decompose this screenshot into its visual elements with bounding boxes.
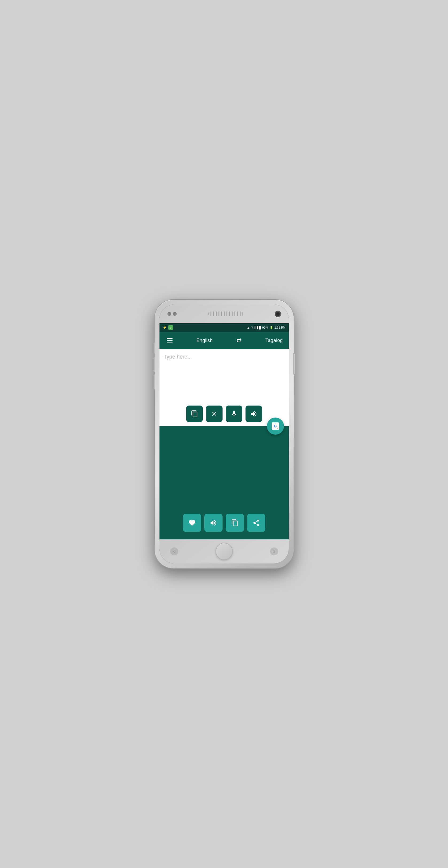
text-input-field[interactable]: Type here... (159, 349, 289, 402)
recents-button[interactable]: □ (270, 548, 278, 555)
volume-up-button[interactable] (154, 342, 155, 353)
app-bar: English ⇄ Tagalog (159, 332, 289, 349)
phone-device: ⚡ ◎ ▲ ⇅ ▍▋█ 92% 🔋 1:31 PM (155, 300, 294, 568)
menu-button[interactable] (165, 337, 174, 344)
swap-icon: ⇄ (237, 337, 242, 344)
source-language-button[interactable]: English (196, 338, 213, 343)
output-area (159, 426, 289, 539)
camera-button[interactable] (154, 375, 155, 389)
swap-language-button[interactable]: ⇄ (235, 336, 243, 345)
microphone-button[interactable] (226, 406, 242, 422)
battery-percentage: 92% (262, 326, 268, 329)
input-area: Type here... (159, 349, 289, 426)
bottom-bezel: ◁ □ (159, 539, 289, 563)
heart-icon (188, 519, 196, 527)
output-action-bar (159, 510, 289, 535)
share-button[interactable] (247, 514, 265, 532)
translate-fab-button[interactable]: G ↗ (267, 417, 284, 435)
screen-content: ⚡ ◎ ▲ ⇅ ▍▋█ 92% 🔋 1:31 PM (159, 323, 289, 539)
copy-output-button[interactable] (226, 514, 244, 532)
phone-screen: ⚡ ◎ ▲ ⇅ ▍▋█ 92% 🔋 1:31 PM (159, 305, 289, 563)
output-text-region (159, 426, 289, 510)
wifi-icon: ▲ (247, 326, 250, 329)
speaker-grille (209, 311, 243, 316)
signal-icon: ▍▋█ (255, 326, 261, 330)
clear-icon (211, 410, 218, 417)
share-icon (252, 519, 260, 527)
gt-g-letter: G (274, 424, 277, 428)
hamburger-line-1 (167, 338, 172, 339)
dot-2 (173, 312, 177, 316)
clipboard-icon (191, 410, 198, 417)
top-bezel (159, 305, 289, 323)
hamburger-line-3 (167, 342, 172, 342)
status-right: ▲ ⇅ ▍▋█ 92% 🔋 1:31 PM (247, 326, 286, 330)
speaker-dots (167, 312, 177, 316)
front-camera (275, 311, 281, 317)
status-bar: ⚡ ◎ ▲ ⇅ ▍▋█ 92% 🔋 1:31 PM (159, 323, 289, 332)
target-language-button[interactable]: Tagalog (265, 338, 283, 343)
status-left: ⚡ ◎ (163, 325, 173, 330)
microphone-icon (230, 410, 237, 417)
back-button[interactable]: ◁ (170, 548, 178, 555)
power-button[interactable] (293, 353, 295, 375)
wifi-arrows: ⇅ (251, 326, 253, 329)
usb-icon: ⚡ (163, 326, 167, 330)
volume-down-button[interactable] (154, 357, 155, 372)
gt-logo-inner: G ↗ (272, 423, 279, 430)
battery-icon: 🔋 (269, 326, 273, 330)
speaker-input-button[interactable] (246, 406, 262, 422)
speaker-input-icon (250, 410, 257, 417)
clear-button[interactable] (206, 406, 223, 422)
input-placeholder: Type here... (164, 354, 192, 360)
gps-icon: ◎ (168, 325, 173, 330)
hamburger-line-2 (167, 340, 172, 341)
google-translate-logo: G ↗ (270, 421, 280, 431)
gt-arrow: ↗ (277, 427, 279, 430)
favorite-button[interactable] (183, 514, 201, 532)
copy-icon (231, 519, 238, 527)
clipboard-button[interactable] (186, 406, 203, 422)
speaker-output-icon (210, 519, 217, 527)
speaker-output-button[interactable] (204, 514, 223, 532)
time-display: 1:31 PM (275, 326, 286, 329)
dot-1 (167, 312, 171, 316)
home-button[interactable] (216, 543, 233, 560)
